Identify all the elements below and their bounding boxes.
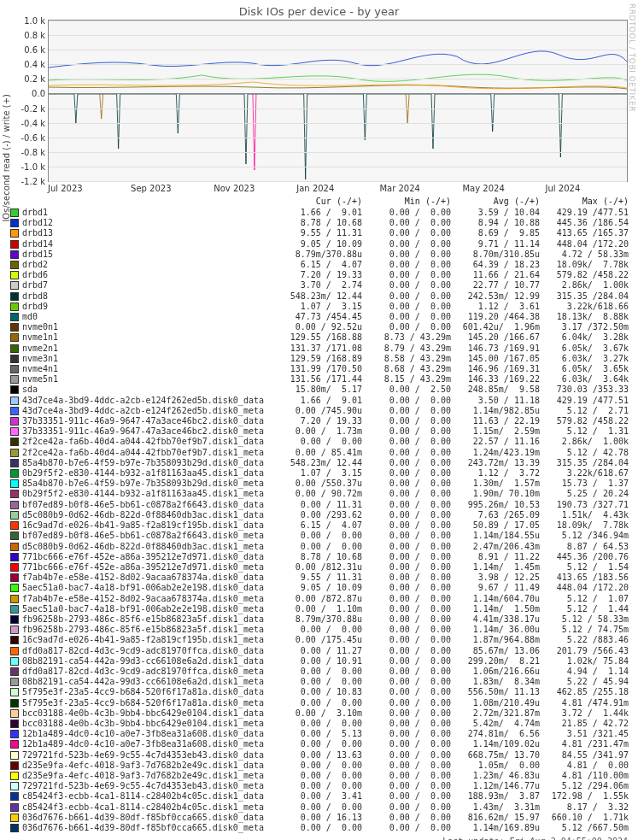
val-max: 5.12 /294.06m — [543, 781, 632, 791]
val-avg: 1.87m/964.88m — [454, 635, 543, 645]
val-min: 0.00 / 0.00 — [366, 406, 454, 416]
legend-row: 16c9ad7d-e026-4b41-9a85-f2a819cf195b.dis… — [10, 520, 638, 531]
val-max: 4.81 /474.91m — [543, 698, 632, 708]
series-name: 43d7ce4a-3bd9-4ddc-a2cb-e124f262ed5b.dis… — [22, 406, 277, 416]
val-min: 0.00 / 0.00 — [366, 781, 454, 791]
swatch-icon — [10, 615, 19, 624]
swatch-icon — [10, 553, 19, 561]
legend-row: md047.73 /454.450.00 / 0.00119.20 /464.3… — [10, 312, 638, 322]
val-min: 0.00 / 0.00 — [366, 468, 454, 479]
val-min: 0.00 / 0.00 — [366, 573, 454, 583]
y-tick: -1.0 k — [21, 162, 45, 171]
val-avg: 1.12 / 3.72 — [454, 468, 543, 479]
val-max: 3.22k/618.67 — [543, 468, 632, 479]
val-avg: 85.67m/ 13.06 — [454, 646, 543, 656]
x-tick: Jan 2024 — [296, 184, 378, 193]
series-name: nvme0n1 — [22, 322, 277, 332]
y-tick: 0.0 — [32, 89, 45, 98]
val-cur: 0.00 /745.90u — [277, 406, 366, 416]
legend-row: 5f795e3f-23a5-4cc9-b684-520f6f17a81a.dis… — [10, 687, 638, 697]
series-name: 5f795e3f-23a5-4cc9-b684-520f6f17a81a.dis… — [22, 698, 277, 708]
legend-row: 729721fd-523b-4e69-9c55-4c7d4353eb43.dis… — [10, 750, 638, 761]
legend-row: 036d7676-b661-4d39-80df-f85bf0cca665.dis… — [10, 813, 638, 823]
val-cur: 1.07 / 3.15 — [277, 468, 366, 479]
val-cur: 0.00 /293.62 — [277, 510, 366, 520]
swatch-icon — [10, 761, 19, 770]
val-min: 0.00 / 0.00 — [366, 562, 454, 573]
val-avg: 8.91 / 11.22 — [454, 552, 543, 562]
val-min: 0.00 / 0.00 — [366, 614, 454, 625]
val-avg: 1.14m/184.55u — [454, 531, 543, 541]
series-name: drbd7 — [22, 280, 277, 291]
x-axis-ticks: Jul 2023Sep 2023Nov 2023Jan 2024Mar 2024… — [48, 182, 628, 193]
swatch-icon — [10, 417, 19, 426]
val-max: 15.73 / 1.37 — [543, 479, 632, 489]
series-name: 12b1a489-4dc0-4c10-a0e7-3fb8ea31a608.dis… — [22, 729, 277, 739]
val-min: 8.15 / 43.29m — [366, 374, 454, 385]
val-cur: 0.00 / 3.10m — [277, 708, 366, 719]
val-cur: 0.00 / 0.00 — [277, 781, 366, 791]
val-avg: 2.72m/321.87m — [454, 708, 543, 719]
series-name: 036d7676-b661-4d39-80df-f85bf0cca665.dis… — [22, 823, 277, 833]
legend-row: 729721fd-523b-4e69-9c55-4c7d4353eb43.dis… — [10, 781, 638, 791]
legend-row: drbd67.20 / 19.330.00 / 0.0011.66 / 21.6… — [10, 270, 638, 280]
val-cur: 0.00 / 92.52u — [277, 322, 366, 332]
val-avg: 5.42m/ 4.74m — [454, 719, 543, 729]
legend-row: 036d7676-b661-4d39-80df-f85bf0cca665.dis… — [10, 823, 638, 833]
val-min: 0.00 / 0.00 — [366, 656, 454, 667]
legend-row: 43d7ce4a-3bd9-4ddc-a2cb-e124f262ed5b.dis… — [10, 406, 638, 416]
val-min: 0.00 / 0.00 — [366, 437, 454, 447]
val-avg: 146.33 /169.22 — [454, 374, 543, 385]
x-tick: May 2024 — [462, 184, 544, 193]
series-name: 85a4b870-b7e6-4f59-b97e-7b358093b29d.dis… — [22, 479, 277, 489]
val-min: 0.00 / 0.00 — [366, 761, 454, 771]
val-max: 84.55 /341.97 — [543, 750, 632, 761]
val-max: 4.94 / 1.14 — [543, 667, 632, 677]
val-avg: 1.08m/210.49u — [454, 698, 543, 708]
val-cur: 9.05 / 10.09 — [277, 583, 366, 593]
legend-row: drbd139.55 / 11.310.00 / 0.008.69 / 9.85… — [10, 228, 638, 238]
val-cur: 548.23m/ 12.44 — [277, 291, 366, 302]
val-cur: 0.00 / 0.00 — [277, 823, 366, 833]
val-max: 579.82 /458.22 — [543, 416, 632, 426]
val-max: 5.12 / 1.44 — [543, 604, 632, 614]
val-avg: 146.96 /169.31 — [454, 364, 543, 374]
series-name: drbd12 — [22, 218, 277, 228]
val-cur: 0.00 /550.37u — [277, 479, 366, 489]
swatch-icon — [10, 511, 19, 520]
val-min: 0.00 / 0.00 — [366, 604, 454, 614]
swatch-icon — [10, 292, 19, 301]
val-cur: 129.59 /168.89 — [277, 354, 366, 364]
val-max: 579.82 /458.22 — [543, 270, 632, 280]
series-name: bcc03188-4e0b-4c3b-9bb4-bbc6429e0104.dis… — [22, 708, 277, 719]
val-max: 8.87 / 64.53 — [543, 542, 632, 552]
val-min: 0.00 / 0.00 — [366, 260, 454, 270]
val-cur: 9.55 / 11.31 — [277, 573, 366, 583]
val-min: 8.79 / 43.29m — [366, 344, 454, 354]
val-cur: 0.00 / 5.13 — [277, 729, 366, 739]
val-max: 4.72 / 58.33m — [543, 250, 632, 260]
val-min: 0.00 / 0.00 — [366, 802, 454, 813]
series-name: 036d7676-b661-4d39-80df-f85bf0cca665.dis… — [22, 813, 277, 823]
legend-row: d235e9fa-4efc-4018-9af3-7d7682b2e49c.dis… — [10, 761, 638, 771]
series-name: dfd0a817-82cd-4d3c-9cd9-adc81970ffca.dis… — [22, 667, 277, 677]
val-cur: 8.78 / 10.68 — [277, 218, 366, 228]
swatch-icon — [10, 647, 19, 655]
val-max: 730.03 /353.33 — [543, 385, 632, 395]
swatch-icon — [10, 407, 19, 415]
val-cur: 0.00 / 3.41 — [277, 791, 366, 802]
series-name: c85424f3-ecbb-4ca1-8114-c28402b4c05c.dis… — [22, 802, 277, 813]
val-min: 0.00 / 0.00 — [366, 625, 454, 635]
swatch-icon — [10, 250, 19, 259]
legend-row: nvme0n10.00 / 92.52u0.00 / 0.00601.42u/ … — [10, 322, 638, 332]
val-max: 190.73 /327.71 — [543, 500, 632, 510]
col-cur: Cur (-/+) — [277, 197, 366, 206]
swatch-icon — [10, 563, 19, 572]
swatch-icon — [10, 626, 19, 634]
swatch-icon — [10, 375, 19, 384]
val-avg: 22.57 / 11.16 — [454, 437, 543, 447]
val-avg: 1.23m/ 46.83u — [454, 771, 543, 781]
val-avg: 1.24m/423.19m — [454, 448, 543, 458]
y-tick: -0.4 k — [21, 118, 45, 127]
val-avg: 1.12m/146.77u — [454, 781, 543, 791]
